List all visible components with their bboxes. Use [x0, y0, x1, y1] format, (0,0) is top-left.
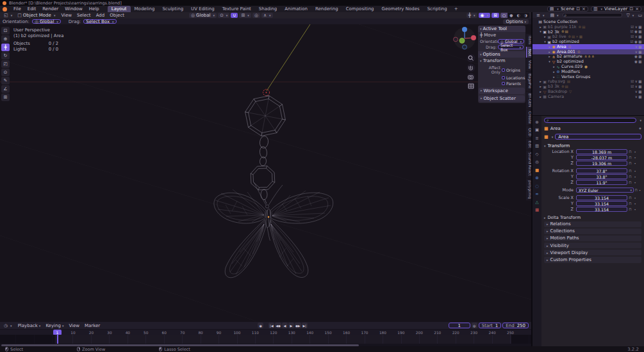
- current-frame-field[interactable]: 1: [449, 323, 470, 328]
- scene-selector[interactable]: ▤ Scene ⊡ ×: [547, 6, 588, 12]
- options-dropdown-button[interactable]: Options: [503, 19, 529, 24]
- row-visibility-icons[interactable]: ☑∨▦: [631, 84, 643, 88]
- active-tool-panel-header[interactable]: ▾Active Tool: [478, 26, 525, 32]
- viewlayer-selector[interactable]: ▥ ViewLayer ⊡ ×: [591, 6, 641, 12]
- transform-value-field[interactable]: 11.9°: [576, 180, 627, 185]
- timeline-ruler[interactable]: 1020304050607080901001101201301401501601…: [0, 329, 531, 335]
- proportional-editing-toggle[interactable]: ◎: [252, 13, 260, 18]
- properties-filter-button[interactable]: [638, 118, 641, 123]
- outliner-row[interactable]: ▸ b1 purple 11k ⊛▤ ☑∨▦: [533, 24, 644, 29]
- workspace-tab[interactable]: Texture Paint: [219, 6, 255, 12]
- workspace-tab[interactable]: Layout: [108, 6, 131, 12]
- properties-tab[interactable]: [533, 159, 541, 165]
- row-visibility-icons[interactable]: ☑◉▦: [631, 40, 643, 44]
- lock-icon[interactable]: ⊓: [627, 161, 633, 165]
- outliner-row[interactable]: ▸ b3 3k ⊛▤ ☑∨▦: [533, 84, 644, 89]
- row-visibility-icons[interactable]: ∨▦: [635, 90, 643, 93]
- editor-type-button[interactable]: ◱: [2, 13, 14, 18]
- outliner-row[interactable]: ▾ b2 3k ⊛▤ ☑◉▦: [533, 29, 644, 35]
- row-visibility-icons[interactable]: ◉▦: [634, 60, 643, 63]
- outliner-row[interactable]: ▸ Backdrop ▽ ∨▦: [533, 89, 644, 94]
- tool-button[interactable]: [1, 93, 10, 101]
- properties-tab[interactable]: [533, 135, 541, 141]
- properties-tab[interactable]: [533, 119, 541, 125]
- sidebar-tab[interactable]: View: [526, 58, 531, 71]
- timeline-menu-item[interactable]: Keying: [43, 323, 66, 328]
- pan-button[interactable]: [467, 64, 475, 72]
- outliner-filter-button[interactable]: ▽: [624, 13, 636, 18]
- transform-value-field[interactable]: -28.037 m: [576, 155, 627, 160]
- menu-item[interactable]: File: [10, 6, 24, 12]
- options-panel-header[interactable]: ▾Options: [478, 51, 525, 58]
- collapsed-section-header[interactable]: ▸Visibility: [544, 243, 641, 249]
- sidebar-tab[interactable]: Create: [526, 109, 531, 125]
- sidebar-tab[interactable]: Edit: [526, 139, 531, 150]
- proportional-falloff-selector[interactable]: ∧: [261, 13, 273, 18]
- outliner-row[interactable]: ▾ b2 optimized ◉▦: [533, 59, 644, 64]
- animate-dot[interactable]: ∙: [633, 161, 637, 165]
- mode-selector[interactable]: □Object Mode: [15, 13, 57, 18]
- timeline-tracks[interactable]: [0, 335, 531, 344]
- outliner-row[interactable]: ▸ Modifiers: [533, 69, 644, 74]
- animate-dot[interactable]: ∙: [633, 180, 637, 184]
- outliner-row[interactable]: ▾ b2 optimized ☑◉▦: [533, 39, 644, 44]
- outliner-row[interactable]: ▸ b2 live ⊛▤×▦ ☑∨▦: [533, 34, 644, 39]
- tool-button[interactable]: [1, 52, 10, 60]
- pin-icon[interactable]: ⌖: [639, 126, 641, 131]
- origins-checkbox[interactable]: [502, 68, 505, 72]
- animate-dot[interactable]: ∙: [633, 207, 637, 211]
- zoom-button[interactable]: [467, 54, 475, 63]
- tool-button[interactable]: [1, 35, 10, 43]
- playback-button[interactable]: ◀: [282, 323, 288, 328]
- animate-dot[interactable]: ∙: [633, 169, 637, 173]
- row-visibility-icons[interactable]: ◉▦: [634, 54, 643, 58]
- frame-end-field[interactable]: End250: [502, 323, 529, 328]
- tool-button[interactable]: [1, 27, 10, 35]
- workspace-tab[interactable]: Rendering: [311, 6, 342, 12]
- parents-checkbox[interactable]: [502, 82, 505, 85]
- animate-dot[interactable]: ∙: [633, 202, 637, 205]
- new-scene-icon[interactable]: ⊡: [576, 6, 580, 12]
- workspace-tab[interactable]: Sculpting: [158, 6, 187, 12]
- remove-viewlayer-icon[interactable]: ×: [635, 6, 639, 12]
- shading-mode-button[interactable]: ●: [508, 13, 515, 18]
- outliner-row[interactable]: ▸ b2 armature ⋔⋔⋔ ◉▦: [533, 54, 644, 60]
- transform-subpanel-header[interactable]: ▾ Transform: [478, 58, 525, 64]
- viewport-menu-item[interactable]: View: [58, 13, 74, 18]
- animate-dot[interactable]: ∙: [638, 188, 641, 192]
- navigation-gizmo[interactable]: [454, 27, 476, 49]
- row-visibility-icons[interactable]: ☑◉▦: [631, 29, 643, 33]
- sidebar-tab[interactable]: BagaPie: [526, 72, 531, 90]
- playback-button[interactable]: ▶: [288, 323, 294, 328]
- collapsed-section-header[interactable]: ▸Collections: [544, 228, 641, 235]
- sidebar-tab[interactable]: QCD: [526, 126, 531, 138]
- tool-button[interactable]: [1, 77, 10, 84]
- sidebar-tab[interactable]: Item: [526, 34, 531, 46]
- properties-tab[interactable]: [533, 167, 541, 173]
- lock-icon[interactable]: ⊓: [627, 169, 633, 173]
- lock-icon[interactable]: ⊓: [627, 150, 633, 154]
- new-viewlayer-icon[interactable]: ⊡: [629, 6, 633, 12]
- menu-item[interactable]: Window: [62, 6, 86, 12]
- 3d-viewport[interactable]: User Perspective (1) b2 optimized | Area…: [0, 24, 531, 322]
- overlays-toggle[interactable]: ◉: [479, 13, 491, 18]
- transform-orientation-selector[interactable]: ◎Global: [189, 13, 217, 18]
- properties-tab[interactable]: [533, 143, 541, 149]
- row-visibility-icons[interactable]: ∨▦: [635, 50, 643, 54]
- viewport-menu-item[interactable]: Select: [74, 13, 94, 18]
- blender-menu-icon[interactable]: [3, 7, 7, 12]
- keying-set-button[interactable]: ◎: [472, 323, 477, 328]
- tool-button[interactable]: [1, 44, 10, 51]
- add-workspace-button[interactable]: +: [451, 6, 461, 12]
- shading-mode-button[interactable]: ◐: [515, 13, 522, 18]
- properties-tab[interactable]: [533, 191, 541, 197]
- outliner-display-mode-button[interactable]: ▤: [548, 13, 560, 18]
- workspace-tab[interactable]: Modeling: [131, 6, 159, 12]
- shading-mode-button[interactable]: ○: [500, 13, 508, 18]
- row-visibility-icons[interactable]: ☑∨▦: [631, 35, 643, 38]
- timeline-editor-type-button[interactable]: ◷: [2, 323, 14, 328]
- snap-settings-selector[interactable]: ⊞: [239, 13, 251, 18]
- transform-value-field[interactable]: XYZ Euler: [576, 188, 634, 193]
- workspace-tab[interactable]: Scripting: [424, 6, 451, 12]
- workspace-tab[interactable]: Shading: [255, 6, 281, 12]
